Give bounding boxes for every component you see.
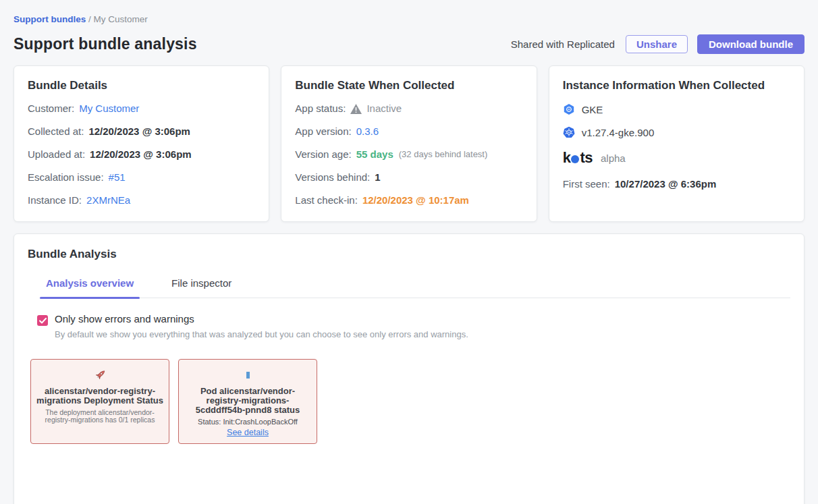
instance-info-title: Instance Information When Collected bbox=[563, 79, 790, 92]
instance-id-row: Instance ID: 2XMrNEa bbox=[28, 194, 255, 207]
app-version-row: App version: 0.3.6 bbox=[295, 125, 522, 138]
kubernetes-icon bbox=[563, 126, 575, 138]
customer-row: Customer: My Customer bbox=[28, 102, 255, 115]
kots-row: kts alpha bbox=[563, 149, 790, 167]
uploaded-at-label: Uploaded at: bbox=[28, 148, 85, 161]
collected-at-row: Collected at: 12/20/2023 @ 3:06pm bbox=[28, 125, 255, 138]
tab-analysis-overview[interactable]: Analysis overview bbox=[40, 277, 140, 298]
kots-logo: kts bbox=[563, 149, 593, 167]
app-status-row: App status: Inactive bbox=[295, 102, 522, 115]
k8s-version-row: v1.27.4-gke.900 bbox=[563, 126, 790, 138]
last-checkin-value: 12/20/2023 @ 10:17am bbox=[362, 194, 469, 207]
check-icon bbox=[39, 318, 47, 324]
unshare-button[interactable]: Unshare bbox=[626, 35, 688, 53]
warning-triangle-icon bbox=[350, 104, 362, 114]
last-checkin-label: Last check-in: bbox=[295, 194, 358, 207]
customer-label: Customer: bbox=[28, 102, 74, 115]
bundle-details-card: Bundle Details Customer: My Customer Col… bbox=[13, 65, 269, 222]
instance-id-label: Instance ID: bbox=[28, 194, 82, 207]
errors-warnings-checkbox[interactable] bbox=[37, 315, 48, 326]
uploaded-at-value: 12/20/2023 @ 3:06pm bbox=[90, 148, 192, 161]
bundle-analysis-title: Bundle Analysis bbox=[28, 248, 790, 261]
page-title: Support bundle analysis bbox=[13, 35, 197, 53]
first-seen-row: First seen: 10/27/2023 @ 6:36pm bbox=[563, 177, 790, 191]
filter-label: Only show errors and warnings bbox=[55, 313, 468, 325]
error-card-status: Status: Init:CrashLoopBackOff bbox=[184, 418, 311, 426]
instance-id-link[interactable]: 2XMrNEa bbox=[86, 194, 130, 207]
shared-status-text: Shared with Replicated bbox=[511, 38, 615, 50]
first-seen-value: 10/27/2023 @ 6:36pm bbox=[615, 177, 717, 191]
analysis-tabs: Analysis overview File inspector bbox=[40, 277, 790, 298]
gke-icon bbox=[563, 103, 575, 115]
info-cards-row: Bundle Details Customer: My Customer Col… bbox=[13, 65, 805, 222]
analysis-results: alicenstar/vendor-registry-migrations De… bbox=[30, 359, 790, 444]
bundle-analysis-card: Bundle Analysis Analysis overview File i… bbox=[13, 233, 805, 504]
version-age-label: Version age: bbox=[295, 148, 351, 161]
breadcrumb-separator: / bbox=[88, 14, 91, 24]
error-card-title: Pod alicenstar/vendor-registry-migration… bbox=[184, 387, 311, 415]
bundle-details-title: Bundle Details bbox=[28, 79, 255, 92]
deployment-status-error-card[interactable]: alicenstar/vendor-registry-migrations De… bbox=[30, 359, 169, 444]
last-checkin-row: Last check-in: 12/20/2023 @ 10:17am bbox=[295, 194, 522, 207]
error-card-description: The deployment alicenstar/vendor-registr… bbox=[36, 409, 163, 424]
escalation-issue-row: Escalation issue: #51 bbox=[28, 171, 255, 184]
breadcrumb-support-bundles-link[interactable]: Support bundles bbox=[13, 14, 86, 24]
rocket-icon bbox=[36, 366, 163, 384]
app-status-label: App status: bbox=[295, 102, 346, 115]
header-actions: Shared with Replicated Unshare Download … bbox=[511, 34, 805, 54]
versions-behind-row: Versions behind: 1 bbox=[295, 171, 522, 184]
pod-status-error-card[interactable]: Pod alicenstar/vendor-registry-migration… bbox=[178, 359, 317, 444]
breadcrumb: Support bundles / My Customer bbox=[13, 14, 805, 24]
versions-behind-value: 1 bbox=[375, 171, 380, 184]
version-age-note: (32 days behind latest) bbox=[399, 148, 488, 161]
version-age-row: Version age: 55 days (32 days behind lat… bbox=[295, 148, 522, 161]
collected-at-label: Collected at: bbox=[28, 125, 84, 138]
bundle-state-card: Bundle State When Collected App status: … bbox=[281, 65, 537, 222]
filter-text: Only show errors and warnings By default… bbox=[55, 313, 468, 339]
customer-link[interactable]: My Customer bbox=[79, 102, 139, 115]
see-details-link[interactable]: See details bbox=[227, 428, 269, 437]
versions-behind-label: Versions behind: bbox=[295, 171, 370, 184]
escalation-issue-link[interactable]: #51 bbox=[109, 171, 126, 184]
instance-info-card: Instance Information When Collected bbox=[549, 65, 805, 222]
distribution-row: GKE bbox=[563, 103, 790, 115]
download-bundle-button[interactable]: Download bundle bbox=[697, 34, 805, 54]
app-version-label: App version: bbox=[295, 125, 351, 138]
filter-description: By default we show you everything that w… bbox=[55, 329, 468, 339]
tab-file-inspector[interactable]: File inspector bbox=[165, 277, 238, 298]
bundle-state-title: Bundle State When Collected bbox=[295, 79, 522, 92]
kots-channel: alpha bbox=[601, 152, 626, 164]
collected-at-value: 12/20/2023 @ 3:06pm bbox=[88, 125, 190, 138]
errors-warnings-filter: Only show errors and warnings By default… bbox=[37, 313, 790, 339]
breadcrumb-current: My Customer bbox=[94, 14, 148, 24]
first-seen-label: First seen: bbox=[563, 177, 610, 191]
support-bundle-page: Support bundles / My Customer Support bu… bbox=[0, 14, 818, 504]
escalation-issue-label: Escalation issue: bbox=[28, 171, 104, 184]
version-age-value: 55 days bbox=[356, 148, 393, 161]
error-card-title: alicenstar/vendor-registry-migrations De… bbox=[36, 387, 163, 405]
app-status-value: Inactive bbox=[366, 102, 402, 115]
page-header: Support bundle analysis Shared with Repl… bbox=[13, 34, 805, 54]
kots-logo-dot bbox=[571, 155, 579, 163]
app-version-link[interactable]: 0.3.6 bbox=[356, 125, 379, 138]
distribution-value: GKE bbox=[582, 104, 603, 115]
pod-icon bbox=[184, 366, 311, 384]
uploaded-at-row: Uploaded at: 12/20/2023 @ 3:06pm bbox=[28, 148, 255, 161]
k8s-version-value: v1.27.4-gke.900 bbox=[582, 127, 655, 138]
